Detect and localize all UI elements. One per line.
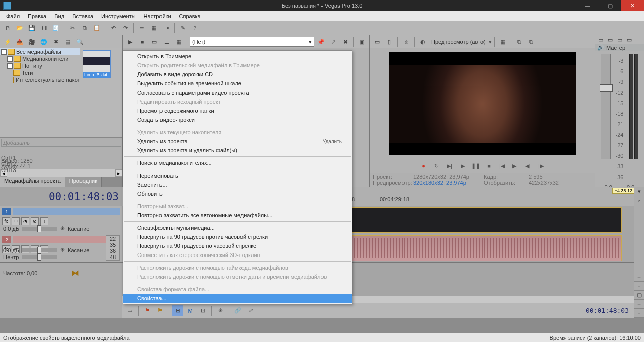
video-opacity-slider[interactable] [22, 227, 57, 231]
track-auto-icon[interactable]: ◔ [21, 217, 29, 225]
pin-icon[interactable]: 📌 [315, 36, 327, 47]
maximize-button[interactable]: ▢ [599, 0, 621, 11]
media-clip-thumb[interactable]: Limp_Bizkit_e_Ey [83, 50, 111, 78]
zoom-in-v-icon[interactable]: ＋ [634, 273, 644, 282]
close-panel-icon[interactable]: ✖ [340, 36, 351, 47]
ctx-item[interactable]: Создать видео-прокси [123, 115, 352, 124]
copy-icon[interactable]: ⧉ [79, 23, 90, 34]
pause-icon[interactable]: ❚❚ [470, 161, 481, 170]
menu-tools[interactable]: Инструменты [97, 12, 140, 20]
scrub-icon[interactable]: ⧓ [71, 268, 79, 278]
tl-snap1-icon[interactable]: ⊞ [172, 305, 183, 316]
preview-quality-label[interactable]: Предпросмотр (авто) [429, 39, 488, 45]
ctx-item[interactable]: Добавить в виде дорожки CD [123, 70, 352, 79]
track-solo-icon[interactable]: ! [40, 217, 48, 225]
track-fx-icon[interactable]: fx [2, 217, 10, 225]
zoom-out-v-icon[interactable]: － [634, 282, 644, 291]
zoom-fit-icon[interactable]: ▢ [634, 291, 644, 300]
menu-edit[interactable]: Правка [24, 12, 50, 20]
prev-split-icon[interactable]: ▯ [384, 36, 395, 47]
tree-node[interactable]: +Медианакопители [0, 55, 80, 62]
go-end-icon[interactable]: ▶| [510, 161, 521, 170]
view-icon[interactable]: ▤ [62, 36, 73, 47]
prev-overlay-icon[interactable]: ▦ [497, 36, 508, 47]
ext-icon[interactable]: ↗ [328, 36, 339, 47]
tl-snap3-icon[interactable]: ⊡ [197, 305, 208, 316]
ctx-item[interactable]: Открыть в Триммере [123, 52, 352, 61]
ctx-item[interactable]: Спецэффекты мультимедиа... [123, 223, 352, 232]
web-icon[interactable]: 🌐 [38, 36, 49, 47]
timecode-display[interactable]: 00:01:48:03 [49, 191, 119, 203]
help-icon[interactable]: ？ [189, 23, 200, 34]
tree-node[interactable]: +По типу [0, 62, 80, 69]
ctx-item[interactable]: Переименовать [123, 171, 352, 180]
media-thumbs[interactable]: Limp_Bizkit_e_Ey [80, 48, 122, 137]
play-icon[interactable]: ▶ [125, 36, 136, 47]
menu-options[interactable]: Настройки [140, 12, 175, 20]
list-icon[interactable]: ☰ [161, 36, 172, 47]
prev-icon[interactable]: ▭ [149, 36, 160, 47]
brush-icon[interactable]: ✎ [177, 23, 188, 34]
tl-link-icon[interactable]: 🔗 [232, 305, 244, 316]
track-mute-icon[interactable]: ⊘ [31, 217, 39, 225]
grid-icon[interactable]: ▦ [173, 36, 184, 47]
open-icon[interactable]: 📂 [14, 23, 25, 34]
tl-fx-icon[interactable]: ✳ [215, 305, 226, 316]
context-menu[interactable]: Открыть в ТриммереОткрыть родительский м… [123, 50, 352, 304]
track-comp-icon[interactable]: ⬚ [12, 217, 20, 225]
m2-icon[interactable]: ▭ [606, 35, 615, 44]
ripple-icon[interactable]: ⇥ [160, 23, 172, 34]
capture-icon[interactable]: 🎥 [26, 36, 37, 47]
ctx-item[interactable]: Повернуть на 90 градусов против часовой … [123, 232, 352, 241]
ctx-item[interactable]: Просмотр содержимого папки [123, 106, 352, 115]
ctx-item[interactable]: Заменить... [123, 180, 352, 189]
close-button[interactable]: ✕ [621, 0, 644, 11]
zoom-track-up-icon[interactable]: ▵ [634, 196, 644, 205]
go-start-icon[interactable]: |◀ [497, 161, 508, 170]
tl-flag2-icon[interactable]: ⚑ [154, 305, 166, 316]
ctx-item[interactable]: Обновить [123, 189, 352, 198]
tab-project-media[interactable]: Медиафайлы проекта [0, 177, 65, 187]
autosnap-icon[interactable]: ▦ [148, 23, 159, 34]
dock-icon[interactable]: ▣ [356, 36, 367, 47]
tree-root[interactable]: −Все медиафайлы [0, 48, 80, 55]
audio-vol-slider[interactable] [22, 248, 57, 252]
menu-insert[interactable]: Вставка [68, 12, 97, 20]
save-icon[interactable]: 💾 [26, 23, 37, 34]
tl-snap2-icon[interactable]: M [185, 305, 196, 316]
zoom-marker-icon[interactable]: ▾ [634, 187, 644, 196]
prev-quality-icon[interactable]: ◐ [417, 36, 428, 47]
tl-flag-icon[interactable]: ⚑ [142, 305, 153, 316]
trimmer-combo[interactable]: (Нет)▾ [190, 37, 314, 47]
audio-track-header[interactable]: 2 2235 3648 fx ∿ ◔ ⊘ ! 0,0 дБ✳Касание Це… [0, 234, 122, 263]
ctx-item[interactable]: Удалить из проекта и удалить файл(ы) [123, 146, 352, 155]
step-fwd-icon[interactable]: |▶ [536, 161, 547, 170]
remove-icon[interactable]: ✖ [50, 36, 61, 47]
ctx-item[interactable]: Поиск в медианакопителях... [123, 158, 352, 167]
m1-icon[interactable]: ▭ [596, 35, 605, 44]
step-back-icon[interactable]: ◀| [523, 161, 534, 170]
media-tree[interactable]: −Все медиафайлы +Медианакопители +По тип… [0, 48, 80, 137]
ctx-item[interactable]: Согласовать с параметрами видео проекта [123, 88, 352, 97]
timeline-timecode[interactable]: 00:01:48:03 [586, 307, 632, 314]
menu-file[interactable]: Файл [2, 12, 24, 20]
fx-icon[interactable]: ⚡ [2, 36, 13, 47]
ctx-item[interactable]: Выделить события на временной шкале [123, 79, 352, 88]
prev-fx-icon[interactable]: ▭ [372, 36, 383, 47]
ctx-item[interactable]: Повторно захватить все автономные медиаф… [123, 211, 352, 220]
ctx-item[interactable]: Свойства... [123, 294, 352, 303]
minimize-button[interactable]: — [576, 0, 599, 11]
ctx-item[interactable]: Удалить из проектаУдалить [123, 137, 352, 146]
play-start-icon[interactable]: ▶| [444, 161, 455, 170]
menu-view[interactable]: Вид [50, 12, 68, 20]
render-icon[interactable]: 🎞 [38, 23, 49, 34]
video-track-header[interactable]: 1 fx ⬚ ◔ ⊘ ! 0,0 дБ ✳Касание [0, 206, 122, 234]
new-icon[interactable]: 🗋 [2, 23, 13, 34]
audio-pan-slider[interactable] [22, 255, 57, 259]
loop-icon[interactable]: ↻ [431, 161, 442, 170]
prev-snap2-icon[interactable]: ⧉ [526, 36, 537, 47]
props-icon[interactable]: 🧾 [50, 23, 61, 34]
import-icon[interactable]: 📥 [14, 36, 25, 47]
master-fader[interactable] [601, 54, 611, 159]
cut-icon[interactable]: ✂ [67, 23, 78, 34]
